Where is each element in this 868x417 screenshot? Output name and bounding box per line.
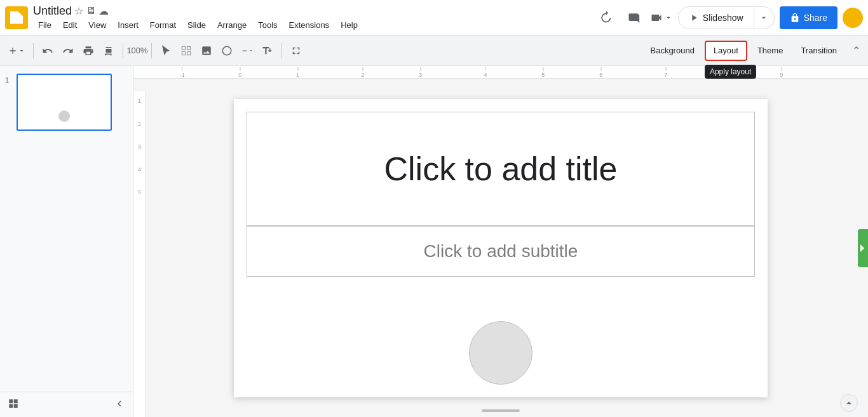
ruler-top: -1 0 1 2 3 4 5 6 7 8 9: [133, 66, 868, 79]
menu-bar: File Edit View Insert Format Slide Arran…: [33, 19, 594, 31]
subtitle-text-box[interactable]: Click to add subtitle: [247, 226, 755, 277]
menu-arrange[interactable]: Arrange: [212, 19, 252, 31]
layout-button[interactable]: Layout Apply layout: [705, 41, 747, 61]
subtitle-placeholder: Click to add subtitle: [424, 241, 578, 261]
cursor-button[interactable]: [157, 42, 175, 60]
collapse-toolbar-button[interactable]: ⌃: [850, 43, 863, 58]
image-button[interactable]: [198, 42, 215, 60]
svg-rect-3: [187, 51, 191, 55]
toolbar-sep-3: [151, 43, 152, 58]
cloud-icon[interactable]: ☁: [98, 5, 109, 17]
ruler-mark: 7: [664, 67, 667, 78]
ruler-mark: 3: [419, 67, 422, 78]
bottom-right-collapse[interactable]: [840, 394, 858, 412]
ruler-mark: 4: [484, 67, 487, 78]
app-icon[interactable]: [5, 6, 28, 29]
title-text-box[interactable]: Click to add title: [247, 112, 755, 226]
slideshow-controls: Slideshow: [678, 6, 775, 29]
camera-button[interactable]: [650, 6, 673, 29]
ruler-mark: 2: [361, 67, 364, 78]
slideshow-label: Slideshow: [703, 13, 743, 23]
zoom-value: 100%: [126, 46, 147, 55]
comments-button[interactable]: [622, 6, 645, 29]
collapse-filmstrip-button[interactable]: [114, 398, 125, 412]
menu-view[interactable]: View: [83, 19, 111, 31]
menu-file[interactable]: File: [33, 19, 57, 31]
textbox-button[interactable]: [259, 42, 276, 60]
canvas-area: -1 0 1 2 3 4 5 6 7 8 9 1 2 3 4 5: [133, 66, 868, 417]
ruler-mark: -1: [180, 67, 185, 78]
user-avatar[interactable]: [843, 8, 863, 28]
svg-point-4: [222, 46, 231, 55]
svg-rect-1: [187, 46, 191, 50]
history-button[interactable]: [594, 6, 617, 29]
theme-label: Theme: [757, 46, 783, 55]
toolbar-sep-2: [123, 43, 123, 58]
zoom-control[interactable]: 100%: [128, 42, 146, 60]
line-button[interactable]: [238, 42, 256, 60]
slideshow-dropdown[interactable]: [754, 6, 775, 29]
title-placeholder: Click to add title: [384, 150, 617, 188]
menu-help[interactable]: Help: [336, 19, 363, 31]
select-button[interactable]: [177, 42, 195, 60]
ruler-mark: 9: [780, 67, 783, 78]
filmstrip-bottom: [0, 392, 133, 417]
menu-tools[interactable]: Tools: [253, 19, 282, 31]
slide-number: 1: [5, 76, 13, 84]
slideshow-button[interactable]: Slideshow: [678, 6, 754, 29]
ruler-mark: 8: [722, 67, 725, 78]
background-label: Background: [650, 46, 694, 55]
grid-view-button[interactable]: [8, 398, 19, 412]
menu-extensions[interactable]: Extensions: [284, 19, 335, 31]
shape-button[interactable]: [218, 42, 236, 60]
ruler-mark: 6: [599, 67, 602, 78]
toolbar-sep-1: [33, 43, 34, 58]
menu-format[interactable]: Format: [145, 19, 181, 31]
filmstrip: 1: [0, 66, 133, 417]
fullscreen-button[interactable]: [287, 42, 305, 60]
transition-label: Transition: [801, 46, 837, 55]
svg-rect-2: [182, 51, 185, 55]
slide-decorative-circle: [469, 321, 532, 385]
slide-scrollbar[interactable]: [482, 409, 520, 412]
redo-button[interactable]: [59, 42, 77, 60]
top-bar: Untitled ☆ 🖥 ☁ File Edit View Insert For…: [0, 0, 868, 36]
thumb-circle: [58, 110, 70, 122]
add-button[interactable]: [5, 42, 28, 60]
undo-button[interactable]: [39, 42, 57, 60]
menu-edit[interactable]: Edit: [58, 19, 82, 31]
doc-title-area: Untitled ☆ 🖥 ☁ File Edit View Insert For…: [33, 4, 594, 31]
ruler-mark: 1: [296, 67, 299, 78]
ruler-mark: 0: [238, 67, 241, 78]
desktop-icon[interactable]: 🖥: [86, 5, 96, 17]
share-button[interactable]: Share: [780, 6, 837, 29]
print-button[interactable]: [79, 42, 97, 60]
title-icons: ☆ 🖥 ☁: [74, 5, 109, 17]
slide-canvas[interactable]: Click to add title Click to add subtitle: [234, 99, 768, 397]
paint-format-button[interactable]: [100, 42, 118, 60]
theme-button[interactable]: Theme: [750, 41, 790, 61]
toolbar-sep-4: [281, 43, 282, 58]
right-panel-toggle[interactable]: [858, 229, 868, 267]
layout-label: Layout: [714, 46, 738, 55]
main-area: 1 -1 0 1 2 3 4 5 6: [0, 66, 868, 417]
share-label: Share: [804, 13, 827, 23]
menu-slide[interactable]: Slide: [182, 19, 211, 31]
slide-workspace: Click to add title Click to add subtitle: [133, 79, 868, 417]
slide-thumbnail[interactable]: [17, 74, 112, 131]
slide-thumbnail-item[interactable]: 1: [0, 71, 133, 133]
svg-rect-0: [182, 46, 185, 50]
menu-insert[interactable]: Insert: [112, 19, 144, 31]
ruler-mark: 5: [541, 67, 545, 78]
toolbar-right-buttons: Background Layout Apply layout Theme Tra…: [642, 41, 863, 61]
app-icon-graphic: [10, 11, 23, 24]
doc-title-row: Untitled ☆ 🖥 ☁: [33, 4, 594, 18]
transition-button[interactable]: Transition: [793, 41, 844, 61]
background-button[interactable]: Background: [642, 41, 702, 61]
toolbar: 100% Background Layout Apply layout: [0, 36, 868, 66]
star-icon[interactable]: ☆: [74, 5, 83, 17]
doc-title[interactable]: Untitled: [33, 4, 72, 18]
top-bar-right: Slideshow Share: [594, 6, 863, 29]
